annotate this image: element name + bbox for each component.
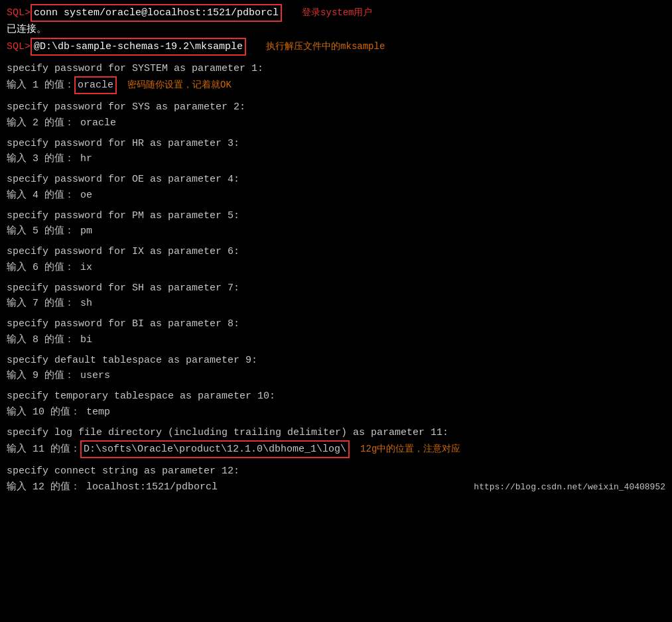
- annotation-3: 执行解压文件中的mksample: [266, 40, 385, 54]
- command-1: conn system/oracle@localhost:1521/pdborc…: [31, 4, 282, 22]
- terminal-line-21: 输入 9 的值： users: [7, 368, 665, 383]
- input-prefix-7: 输入 2 的值： oracle: [7, 117, 116, 129]
- input-value-25: D:\softs\Oracle\product\12.1.0\dbhome_1\…: [80, 440, 350, 458]
- terminal-line-8: specify password for HR as parameter 3:: [7, 136, 665, 151]
- output-20: specify default tablespace as parameter …: [7, 355, 257, 366]
- input-prefix-11: 输入 4 的值： oe: [7, 190, 92, 201]
- output-4: specify password for SYSTEM as parameter…: [7, 63, 263, 74]
- output-connected: 已连接。: [7, 24, 46, 35]
- annotation-1: 登录system用户: [302, 6, 372, 21]
- prompt-3: SQL>: [7, 39, 31, 54]
- output-10: specify password for OE as parameter 4:: [7, 174, 239, 185]
- input-prefix-15: 输入 6 的值： ix: [7, 262, 92, 273]
- terminal-line-14: specify password for IX as parameter 6:: [7, 244, 665, 259]
- input-value-5: oracle: [74, 76, 117, 94]
- input-prefix-5: 输入 1 的值：: [7, 78, 74, 93]
- terminal-line-4: specify password for SYSTEM as parameter…: [7, 61, 665, 76]
- terminal-line-12: specify password for PM as parameter 5:: [7, 208, 665, 223]
- input-prefix-19: 输入 8 的值： bi: [7, 334, 92, 345]
- output-16: specify password for SH as parameter 7:: [7, 282, 239, 294]
- output-8: specify password for HR as parameter 3:: [7, 138, 239, 149]
- terminal-line-23: 输入 10 的值： temp: [7, 404, 665, 420]
- terminal-line-24: specify log file directory (including tr…: [7, 425, 665, 440]
- terminal-line-9: 输入 3 的值： hr: [7, 151, 665, 166]
- terminal-line-10: specify password for OE as parameter 4:: [7, 172, 665, 187]
- output-26: specify connect string as parameter 12:: [7, 466, 239, 477]
- output-14: specify password for IX as parameter 6:: [7, 246, 239, 257]
- input-prefix-25: 输入 11 的值：: [7, 442, 80, 457]
- terminal-line-11: 输入 4 的值： oe: [7, 188, 665, 203]
- terminal-line-16: specify password for SH as parameter 7:: [7, 280, 665, 296]
- command-3: @D:\db-sample-schemas-19.2\mksample: [31, 38, 246, 56]
- output-24: specify log file directory (including tr…: [7, 427, 448, 438]
- input-prefix-17: 输入 7 的值： sh: [7, 298, 92, 309]
- terminal-line-27: 输入 12 的值： localhost:1521/pdborcl https:/…: [7, 479, 665, 495]
- terminal-line-6: specify password for SYS as parameter 2:: [7, 99, 665, 115]
- terminal-line-20: specify default tablespace as parameter …: [7, 353, 665, 368]
- prompt-1: SQL>: [7, 5, 31, 21]
- footer-link: https://blog.csdn.net/weixin_40408952: [474, 481, 665, 494]
- terminal-line-25: 输入 11 的值： D:\softs\Oracle\product\12.1.0…: [7, 440, 665, 458]
- terminal-line-1: SQL> conn system/oracle@localhost:1521/p…: [7, 4, 665, 22]
- input-prefix-13: 输入 5 的值： pm: [7, 225, 92, 237]
- terminal-line-26: specify connect string as parameter 12:: [7, 464, 665, 479]
- terminal-line-5: 输入 1 的值： oracle 密码随你设置，记着就OK: [7, 76, 665, 94]
- input-prefix-9: 输入 3 的值： hr: [7, 153, 92, 164]
- output-18: specify password for BI as parameter 8:: [7, 318, 239, 330]
- output-12: specify password for PM as parameter 5:: [7, 210, 239, 221]
- terminal-line-17: 输入 7 的值： sh: [7, 296, 665, 311]
- input-prefix-21: 输入 9 的值： users: [7, 370, 110, 381]
- terminal-line-2: 已连接。: [7, 22, 665, 37]
- terminal-window: SQL> conn system/oracle@localhost:1521/p…: [7, 4, 665, 495]
- terminal-line-3: SQL> @D:\db-sample-schemas-19.2\mksample…: [7, 38, 665, 56]
- output-22: specify temporary tablespace as paramete…: [7, 391, 275, 402]
- terminal-line-18: specify password for BI as parameter 8:: [7, 316, 665, 332]
- annotation-25: 12g中的位置，注意对应: [360, 442, 460, 457]
- terminal-line-15: 输入 6 的值： ix: [7, 260, 665, 275]
- annotation-5: 密码随你设置，记着就OK: [127, 78, 232, 93]
- terminal-line-7: 输入 2 的值： oracle: [7, 115, 665, 131]
- terminal-line-19: 输入 8 的值： bi: [7, 332, 665, 347]
- input-prefix-23: 输入 10 的值： temp: [7, 406, 110, 418]
- terminal-line-13: 输入 5 的值： pm: [7, 223, 665, 239]
- input-prefix-27: 输入 12 的值： localhost:1521/pdborcl: [7, 479, 218, 495]
- terminal-line-22: specify temporary tablespace as paramete…: [7, 389, 665, 404]
- output-6: specify password for SYS as parameter 2:: [7, 101, 245, 113]
